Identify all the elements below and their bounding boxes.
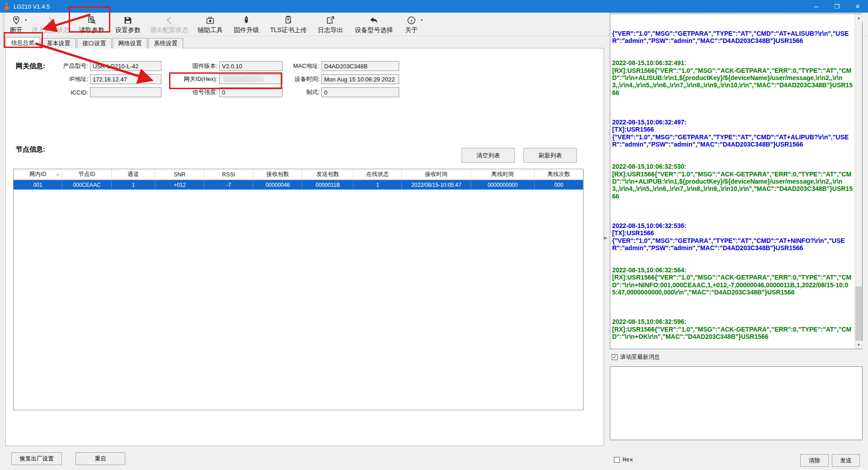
column-header-node-id[interactable]: 节点ID [62,169,111,180]
send-input[interactable] [610,366,863,440]
aux-tools-button[interactable]: 辅助工具 [193,13,228,36]
tab-basic-settings[interactable]: 基本设置 [41,38,76,48]
node-table: 网内ID ▲ 节点ID 通道 SNR RSSI 接收包数 发送包数 在线状态 接… [13,169,584,410]
cell-rssi: -7 [204,180,253,190]
disconnect-pin-icon [11,14,21,26]
tab-interface-settings[interactable]: 接口设置 [77,38,112,48]
column-header-tx-packets[interactable]: 发送包数 [302,169,354,180]
field-label-mac-address: MAC地址: [284,61,320,71]
tab-network-settings[interactable]: 网络设置 [113,38,147,48]
sort-ascending-icon: ▲ [56,172,59,176]
certificate-upload-icon [283,14,293,26]
chevron-right-icon [46,14,56,26]
log-text: {"VER":"1.0","MSG":"GETPARA","TYPE":"AT"… [612,15,853,348]
network-mode-field[interactable]: 0 [321,87,399,97]
toolbar-grip [3,14,5,34]
rocket-icon [241,14,251,26]
node-info-title: 节点信息: [16,145,45,154]
info-icon [406,14,416,26]
log-export-button[interactable]: 日志导出 [313,13,348,36]
about-button[interactable]: ▾ 关于 [400,13,423,36]
column-header-online-status[interactable]: 在线状态 [354,169,402,180]
chevron-left-icon [164,14,174,26]
close-button[interactable]: ✕ [847,0,868,13]
cell-snr: +012 [156,180,204,190]
column-header-offline-count[interactable]: 离线次数 [535,169,583,180]
gateway-info-title: 网关信息: [16,62,45,71]
scroll-up-icon[interactable]: ▲ [855,14,863,22]
enter-config-button[interactable]: 进入配置状态 [28,13,73,36]
tab-bar: 信息总览 基本设置 接口设置 网络设置 系统设置 [5,38,184,48]
clear-button[interactable]: 清除 [800,454,829,467]
column-header-rx-time[interactable]: 接收时间 [402,169,471,180]
toolbox-icon [205,14,215,26]
log-scrollbar[interactable]: ▲ ▼ [854,14,862,349]
log-export-icon [326,14,335,26]
restart-button[interactable]: 重启 [75,452,125,465]
panel-splitter-handle[interactable]: ▶ [604,235,608,240]
node-table-header: 网内ID ▲ 节点ID 通道 SNR RSSI 接收包数 发送包数 在线状态 接… [14,169,583,180]
firmware-upgrade-button[interactable]: 固件升级 [229,13,264,36]
cell-tx-packets: 0000011B [302,180,354,190]
minimize-button[interactable]: ─ [806,0,826,13]
info-overview-panel: 网关信息: 产品型号: USR-LG210-L-42 固件版本: V2.0.10… [5,48,604,446]
ip-address-field[interactable]: 172.16.12.47 [90,74,161,84]
read-params-icon [87,14,97,26]
hex-label: Hex [623,456,633,463]
log-block: 2022-08-15,10:06:32:530: [RX]:USR1566{"V… [612,163,853,200]
scroll-to-latest-checkbox[interactable]: ✓ 滚动至最新消息 [612,353,660,361]
exit-config-button[interactable]: 退出配置状态 [146,13,192,36]
column-header-rssi[interactable]: RSSI [204,169,253,180]
log-block: 2022-08-15,10:06:32:596: [RX]:USR1566{"V… [612,318,853,340]
cell-offline-count: 000 [535,180,583,190]
firmware-version-field[interactable]: V2.0.10 [219,61,283,71]
read-params-button[interactable]: 读取参数 [74,13,109,36]
log-block: 2022-08-15,10:06:32:536: [TX]:USR1566 {"… [612,222,853,252]
field-label-network-mode: 制式: [284,87,320,97]
column-header-net-id[interactable]: 网内ID ▲ [14,169,62,180]
field-label-gateway-id: 网关ID(Hex): [163,74,217,84]
mac-address-field[interactable]: D4AD203C348B [321,61,399,71]
product-model-field[interactable]: USR-LG210-L-42 [90,61,161,71]
column-header-rx-packets[interactable]: 接收包数 [253,169,302,180]
cell-node-id: 000CEAAC [62,180,111,190]
send-button[interactable]: 发送 [832,454,860,467]
scroll-to-latest-label: 滚动至最新消息 [620,353,660,361]
hex-checkbox[interactable]: Hex [614,456,633,463]
checkbox-unchecked-icon [614,457,620,463]
gateway-id-field[interactable] [219,74,283,84]
dropdown-caret-icon: ▾ [421,18,423,22]
set-params-button[interactable]: 设置参数 [110,13,146,36]
save-icon [123,14,133,26]
field-label-ip-address: IP地址: [51,74,88,84]
factory-reset-button[interactable]: 恢复出厂设置 [11,452,62,465]
tls-cert-upload-button[interactable]: TLS证书上传 [265,13,312,36]
field-label-device-time: 设备时间: [284,74,320,84]
log-block: 2022-08-15,10:06:32:564: [RX]:USR1566{"V… [612,266,853,296]
disconnect-button[interactable]: ▾ 断开 [5,13,27,36]
field-label-iccid: ICCID: [51,87,88,97]
refresh-list-button[interactable]: 刷新列表 [524,148,577,163]
maximize-button[interactable]: ❐ [826,0,847,13]
column-header-channel[interactable]: 通道 [112,169,156,180]
column-header-snr[interactable]: SNR [156,169,204,180]
table-row[interactable]: 001 000CEAAC 1 +012 -7 00000046 0000011B… [14,180,583,190]
signal-strength-field[interactable]: 0 [219,87,283,97]
scrollbar-thumb[interactable] [855,286,862,341]
back-arrow-icon [369,14,379,26]
iccid-field[interactable] [90,87,161,97]
window-title: LG210 V1.4.5 [14,3,50,10]
clear-list-button[interactable]: 清空列表 [462,148,515,163]
device-time-field[interactable]: Mon Aug 15 10:06:29 2022 [321,74,399,84]
tab-system-settings[interactable]: 系统设置 [148,38,183,48]
tab-info-overview[interactable]: 信息总览 [5,37,40,48]
app-logo-icon [4,2,10,11]
cell-online-status: 1 [354,180,402,190]
column-header-offline-time[interactable]: 离线时间 [471,169,535,180]
log-output-area[interactable]: {"VER":"1.0","MSG":"GETPARA","TYPE":"AT"… [610,14,863,349]
log-block: 2022-08-15,10:06:32:491: [RX]:USR1566{"V… [612,59,853,96]
app-window: LG210 V1.4.5 ─ ❐ ✕ ▾ 断开 进入配置状态 [0,0,868,470]
scroll-down-icon[interactable]: ▼ [855,341,863,349]
checkbox-checked-icon: ✓ [612,354,618,360]
device-model-select-button[interactable]: 设备型号选择 [349,13,399,36]
